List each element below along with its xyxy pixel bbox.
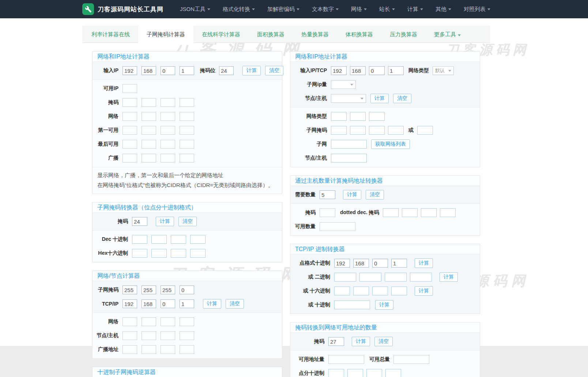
nav-format-convert[interactable]: 格式化转换	[216, 0, 261, 18]
mask-result-4[interactable]	[180, 98, 194, 107]
tab-volume-converter[interactable]: 体积换算器	[337, 26, 381, 43]
subnet-mask-1[interactable]	[331, 126, 347, 135]
calc-button[interactable]: 计算	[375, 300, 393, 310]
last-usable-3[interactable]	[161, 140, 175, 149]
clear-button[interactable]: 清空	[178, 217, 197, 226]
bin-4-input[interactable]	[410, 273, 432, 281]
nav-reference-list[interactable]: 对照列表	[457, 0, 497, 18]
subnet-result[interactable]	[331, 140, 367, 149]
subnet-mask-3[interactable]	[369, 126, 385, 135]
brand[interactable]: 刀客源码网站长工具网	[82, 3, 163, 15]
calc-button[interactable]: 计算	[343, 190, 361, 199]
network-result-4[interactable]	[180, 112, 194, 121]
first-usable-4[interactable]	[180, 126, 194, 135]
node-host-1[interactable]	[122, 331, 137, 340]
hex-result-1[interactable]	[132, 249, 147, 258]
tab-pressure-converter[interactable]: 压力换算器	[381, 26, 426, 43]
dotted-mask-3[interactable]	[421, 208, 437, 217]
node-host-2[interactable]	[142, 331, 156, 340]
first-usable-2[interactable]	[142, 126, 156, 135]
node-host-select[interactable]	[331, 94, 366, 103]
ip-octet-1-input[interactable]	[122, 66, 137, 75]
tab-more-tools[interactable]: 更多工具	[426, 26, 469, 43]
avail-total-result[interactable]	[393, 355, 429, 364]
mask-result-1[interactable]	[122, 98, 137, 107]
calc-button[interactable]: 计算	[440, 272, 458, 282]
network-type-2[interactable]	[350, 112, 366, 121]
ip-tcp-2-input[interactable]	[350, 66, 366, 75]
first-usable-3[interactable]	[161, 126, 175, 135]
last-usable-1[interactable]	[122, 140, 137, 149]
hex-1-input[interactable]	[334, 287, 350, 295]
subnet-mask-1-input[interactable]	[122, 285, 137, 294]
broadcast-addr-1[interactable]	[122, 345, 137, 354]
avail-addr-result[interactable]	[328, 355, 364, 364]
bin-1-input[interactable]	[334, 273, 356, 281]
dotted-mask-4[interactable]	[440, 208, 456, 217]
network-type-select[interactable]: 默认	[433, 66, 454, 75]
tab-scientific-calculator[interactable]: 在线科学计算器	[193, 26, 249, 43]
nav-network[interactable]: 网络	[345, 0, 373, 18]
tab-area-converter[interactable]: 面积换算器	[249, 26, 293, 43]
last-usable-2[interactable]	[142, 140, 156, 149]
calc-button[interactable]: 计算	[370, 94, 389, 103]
broadcast-addr-2[interactable]	[142, 345, 156, 354]
ip-octet-3-input[interactable]	[161, 66, 175, 75]
hex-3-input[interactable]	[372, 287, 388, 295]
network-type-3[interactable]	[369, 112, 385, 121]
dec-ip-2-input[interactable]	[353, 259, 369, 268]
dec-result-3[interactable]	[171, 235, 186, 244]
ip-tcp-3-input[interactable]	[369, 66, 385, 75]
mask-result-3[interactable]	[161, 98, 175, 107]
broadcast-3[interactable]	[161, 154, 175, 163]
dotted-3[interactable]	[366, 369, 382, 377]
first-usable-1[interactable]	[122, 126, 137, 135]
subnet-mask-3-input[interactable]	[161, 285, 175, 294]
subnet-mask-4[interactable]	[388, 126, 404, 135]
tcpip-2-input[interactable]	[142, 299, 156, 308]
calc-button[interactable]: 计算	[352, 337, 370, 346]
broadcast-addr-4[interactable]	[180, 345, 194, 354]
subnet-ip-count-select[interactable]	[331, 80, 356, 89]
usable-ip-result[interactable]	[122, 84, 137, 93]
mask-result-2[interactable]	[142, 98, 156, 107]
clear-button[interactable]: 清空	[265, 66, 283, 75]
network-3[interactable]	[161, 317, 175, 326]
last-usable-4[interactable]	[180, 140, 194, 149]
avail-count-result[interactable]	[320, 222, 355, 231]
mask-bits-input[interactable]	[219, 66, 234, 75]
dotted-mask-1[interactable]	[383, 208, 399, 217]
tcpip-1-input[interactable]	[122, 299, 137, 308]
clear-button[interactable]: 清空	[226, 299, 244, 309]
nav-webmaster[interactable]: 站长	[373, 0, 401, 18]
node-host-3[interactable]	[161, 331, 175, 340]
calc-button[interactable]: 计算	[156, 217, 174, 226]
network-result-1[interactable]	[122, 112, 137, 121]
calc-button[interactable]: 计算	[203, 299, 221, 309]
nav-other[interactable]: 其他	[429, 0, 457, 18]
need-count-input[interactable]	[320, 190, 335, 199]
network-result-3[interactable]	[161, 112, 175, 121]
dec-result-2[interactable]	[151, 235, 167, 244]
clear-button[interactable]: 清空	[393, 94, 411, 103]
mask-bits-result[interactable]	[320, 208, 335, 217]
hex-result-2[interactable]	[151, 249, 167, 258]
subnet-mask-4-input[interactable]	[180, 285, 194, 294]
dec-ip-3-input[interactable]	[372, 259, 388, 268]
dotted-mask-2[interactable]	[402, 208, 418, 217]
dec-result-4[interactable]	[190, 235, 206, 244]
tab-heat-converter[interactable]: 热量换算器	[293, 26, 337, 43]
clear-button[interactable]: 清空	[366, 190, 384, 199]
node-host-4[interactable]	[180, 331, 194, 340]
network-type-1[interactable]	[331, 112, 347, 121]
dotted-4[interactable]	[385, 369, 401, 377]
broadcast-2[interactable]	[142, 154, 156, 163]
calc-button[interactable]: 计算	[415, 286, 433, 296]
dec-ip-4-input[interactable]	[391, 259, 407, 268]
ip-octet-4-input[interactable]	[180, 66, 194, 75]
network-1[interactable]	[122, 317, 137, 326]
decimal-input[interactable]	[334, 301, 370, 309]
hex-2-input[interactable]	[353, 287, 369, 295]
ip-octet-2-input[interactable]	[142, 66, 156, 75]
dec-result-1[interactable]	[132, 235, 147, 244]
